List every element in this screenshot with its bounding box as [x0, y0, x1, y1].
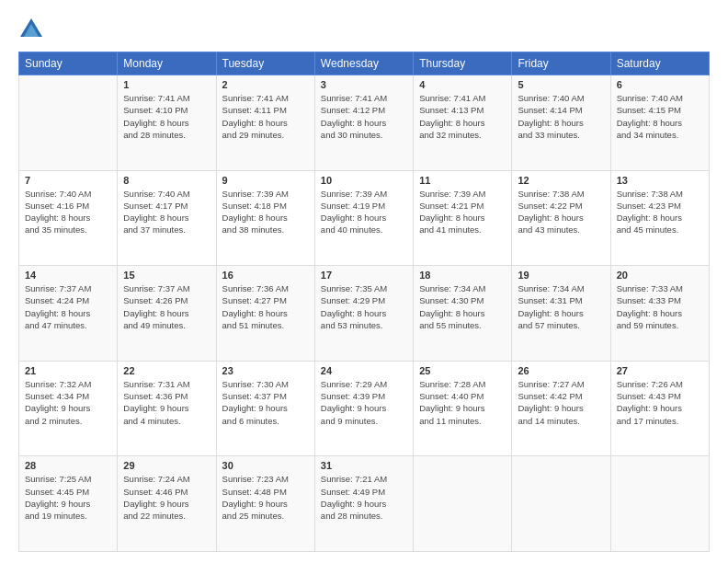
- col-thursday: Thursday: [414, 52, 512, 75]
- day-number: 29: [123, 460, 210, 471]
- day-number: 22: [123, 365, 210, 376]
- calendar-cell: 6Sunrise: 7:40 AM Sunset: 4:15 PM Daylig…: [610, 75, 709, 171]
- day-number: 21: [25, 365, 111, 376]
- day-number: 25: [419, 365, 506, 376]
- calendar-cell: [19, 75, 118, 171]
- day-info: Sunrise: 7:29 AM Sunset: 4:39 PM Dayligh…: [321, 378, 407, 427]
- col-saturday: Saturday: [610, 52, 709, 75]
- calendar-week-4: 21Sunrise: 7:32 AM Sunset: 4:34 PM Dayli…: [19, 361, 710, 456]
- calendar-week-3: 14Sunrise: 7:37 AM Sunset: 4:24 PM Dayli…: [19, 266, 710, 362]
- calendar-cell: 29Sunrise: 7:24 AM Sunset: 4:46 PM Dayli…: [118, 456, 216, 552]
- day-number: 17: [321, 270, 407, 281]
- day-info: Sunrise: 7:40 AM Sunset: 4:16 PM Dayligh…: [25, 188, 111, 236]
- day-info: Sunrise: 7:30 AM Sunset: 4:37 PM Dayligh…: [222, 378, 309, 427]
- calendar-cell: [512, 456, 610, 552]
- calendar-cell: 7Sunrise: 7:40 AM Sunset: 4:16 PM Daylig…: [19, 170, 118, 266]
- calendar-cell: 11Sunrise: 7:39 AM Sunset: 4:21 PM Dayli…: [414, 170, 512, 266]
- day-info: Sunrise: 7:40 AM Sunset: 4:17 PM Dayligh…: [123, 188, 210, 236]
- day-info: Sunrise: 7:34 AM Sunset: 4:30 PM Dayligh…: [419, 282, 506, 331]
- day-number: 19: [518, 270, 604, 281]
- day-info: Sunrise: 7:32 AM Sunset: 4:34 PM Dayligh…: [25, 378, 111, 427]
- day-info: Sunrise: 7:41 AM Sunset: 4:11 PM Dayligh…: [222, 92, 309, 141]
- day-info: Sunrise: 7:26 AM Sunset: 4:43 PM Dayligh…: [617, 378, 703, 427]
- day-number: 18: [419, 270, 506, 281]
- col-friday: Friday: [512, 52, 610, 75]
- day-info: Sunrise: 7:37 AM Sunset: 4:24 PM Dayligh…: [25, 282, 111, 331]
- day-number: 3: [321, 79, 407, 90]
- header-row: Sunday Monday Tuesday Wednesday Thursday…: [19, 52, 710, 75]
- logo: [18, 17, 48, 42]
- day-info: Sunrise: 7:39 AM Sunset: 4:18 PM Dayligh…: [222, 188, 309, 236]
- calendar-cell: [610, 456, 709, 552]
- day-info: Sunrise: 7:27 AM Sunset: 4:42 PM Dayligh…: [518, 378, 604, 427]
- day-number: 27: [617, 365, 703, 376]
- day-info: Sunrise: 7:40 AM Sunset: 4:14 PM Dayligh…: [518, 92, 604, 141]
- day-info: Sunrise: 7:31 AM Sunset: 4:36 PM Dayligh…: [123, 378, 210, 427]
- day-number: 31: [321, 460, 407, 471]
- day-number: 2: [222, 79, 309, 90]
- page-header: [18, 17, 710, 42]
- calendar-cell: 24Sunrise: 7:29 AM Sunset: 4:39 PM Dayli…: [314, 361, 413, 456]
- day-info: Sunrise: 7:41 AM Sunset: 4:13 PM Dayligh…: [419, 92, 506, 141]
- calendar-cell: 14Sunrise: 7:37 AM Sunset: 4:24 PM Dayli…: [19, 266, 118, 362]
- col-wednesday: Wednesday: [314, 52, 413, 75]
- day-info: Sunrise: 7:28 AM Sunset: 4:40 PM Dayligh…: [419, 378, 506, 427]
- calendar-cell: 21Sunrise: 7:32 AM Sunset: 4:34 PM Dayli…: [19, 361, 118, 456]
- calendar-cell: 1Sunrise: 7:41 AM Sunset: 4:10 PM Daylig…: [118, 75, 216, 171]
- calendar-cell: 5Sunrise: 7:40 AM Sunset: 4:14 PM Daylig…: [512, 75, 610, 171]
- calendar-cell: 30Sunrise: 7:23 AM Sunset: 4:48 PM Dayli…: [216, 456, 314, 552]
- calendar-cell: 2Sunrise: 7:41 AM Sunset: 4:11 PM Daylig…: [216, 75, 314, 171]
- calendar-cell: 15Sunrise: 7:37 AM Sunset: 4:26 PM Dayli…: [118, 266, 216, 362]
- day-number: 23: [222, 365, 309, 376]
- day-number: 10: [321, 175, 407, 186]
- day-info: Sunrise: 7:38 AM Sunset: 4:23 PM Dayligh…: [617, 188, 703, 236]
- col-tuesday: Tuesday: [216, 52, 314, 75]
- calendar-cell: 20Sunrise: 7:33 AM Sunset: 4:33 PM Dayli…: [610, 266, 709, 362]
- day-info: Sunrise: 7:33 AM Sunset: 4:33 PM Dayligh…: [617, 282, 703, 331]
- day-info: Sunrise: 7:39 AM Sunset: 4:19 PM Dayligh…: [321, 188, 407, 236]
- calendar-cell: 28Sunrise: 7:25 AM Sunset: 4:45 PM Dayli…: [19, 456, 118, 552]
- day-number: 12: [518, 175, 604, 186]
- calendar-header: Sunday Monday Tuesday Wednesday Thursday…: [19, 52, 710, 75]
- day-number: 16: [222, 270, 309, 281]
- logo-icon: [18, 17, 44, 42]
- calendar-cell: 19Sunrise: 7:34 AM Sunset: 4:31 PM Dayli…: [512, 266, 610, 362]
- day-info: Sunrise: 7:40 AM Sunset: 4:15 PM Dayligh…: [617, 92, 703, 141]
- calendar-week-5: 28Sunrise: 7:25 AM Sunset: 4:45 PM Dayli…: [19, 456, 710, 552]
- day-info: Sunrise: 7:41 AM Sunset: 4:10 PM Dayligh…: [123, 92, 210, 141]
- day-info: Sunrise: 7:38 AM Sunset: 4:22 PM Dayligh…: [518, 188, 604, 236]
- calendar-table: Sunday Monday Tuesday Wednesday Thursday…: [18, 52, 710, 552]
- calendar-cell: 4Sunrise: 7:41 AM Sunset: 4:13 PM Daylig…: [414, 75, 512, 171]
- calendar-cell: 16Sunrise: 7:36 AM Sunset: 4:27 PM Dayli…: [216, 266, 314, 362]
- calendar-cell: 31Sunrise: 7:21 AM Sunset: 4:49 PM Dayli…: [314, 456, 413, 552]
- day-number: 8: [123, 175, 210, 186]
- calendar-cell: 17Sunrise: 7:35 AM Sunset: 4:29 PM Dayli…: [314, 266, 413, 362]
- calendar-cell: 18Sunrise: 7:34 AM Sunset: 4:30 PM Dayli…: [414, 266, 512, 362]
- calendar-cell: 3Sunrise: 7:41 AM Sunset: 4:12 PM Daylig…: [314, 75, 413, 171]
- day-number: 14: [25, 270, 111, 281]
- day-number: 28: [25, 460, 111, 471]
- calendar-cell: 22Sunrise: 7:31 AM Sunset: 4:36 PM Dayli…: [118, 361, 216, 456]
- calendar-cell: 9Sunrise: 7:39 AM Sunset: 4:18 PM Daylig…: [216, 170, 314, 266]
- day-info: Sunrise: 7:25 AM Sunset: 4:45 PM Dayligh…: [25, 473, 111, 522]
- calendar-cell: 27Sunrise: 7:26 AM Sunset: 4:43 PM Dayli…: [610, 361, 709, 456]
- day-number: 5: [518, 79, 604, 90]
- day-number: 9: [222, 175, 309, 186]
- day-info: Sunrise: 7:23 AM Sunset: 4:48 PM Dayligh…: [222, 473, 309, 522]
- col-sunday: Sunday: [19, 52, 118, 75]
- day-number: 4: [419, 79, 506, 90]
- day-number: 26: [518, 365, 604, 376]
- calendar-cell: [414, 456, 512, 552]
- day-number: 13: [617, 175, 703, 186]
- day-number: 6: [617, 79, 703, 90]
- day-info: Sunrise: 7:36 AM Sunset: 4:27 PM Dayligh…: [222, 282, 309, 331]
- day-number: 1: [123, 79, 210, 90]
- calendar-week-2: 7Sunrise: 7:40 AM Sunset: 4:16 PM Daylig…: [19, 170, 710, 266]
- day-info: Sunrise: 7:35 AM Sunset: 4:29 PM Dayligh…: [321, 282, 407, 331]
- day-number: 15: [123, 270, 210, 281]
- calendar-cell: 8Sunrise: 7:40 AM Sunset: 4:17 PM Daylig…: [118, 170, 216, 266]
- day-info: Sunrise: 7:34 AM Sunset: 4:31 PM Dayligh…: [518, 282, 604, 331]
- day-number: 7: [25, 175, 111, 186]
- col-monday: Monday: [118, 52, 216, 75]
- calendar-cell: 13Sunrise: 7:38 AM Sunset: 4:23 PM Dayli…: [610, 170, 709, 266]
